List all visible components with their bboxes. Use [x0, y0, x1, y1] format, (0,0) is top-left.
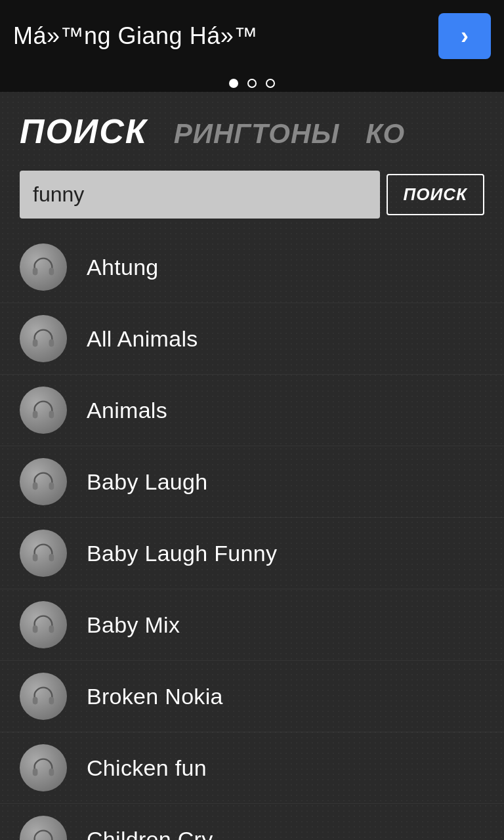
headphone-icon: [20, 243, 67, 291]
ringtone-name: Children Cry: [87, 827, 213, 841]
headphone-icon: [20, 744, 67, 791]
svg-rect-4: [33, 411, 38, 418]
tab-header: поиск рингтоны ко: [0, 92, 504, 164]
ringtone-name: Ahtung: [87, 255, 159, 280]
main-content: поиск рингтоны ко поиск Ahtung All Anima…: [0, 92, 504, 840]
chevron-right-icon: ›: [461, 22, 469, 50]
headphone-icon: [20, 673, 67, 720]
svg-rect-11: [49, 625, 54, 633]
next-button[interactable]: ›: [438, 13, 491, 59]
ringtone-name: Baby Mix: [87, 612, 180, 638]
ringtone-name: Baby Laugh: [87, 469, 208, 495]
tab-ringtones[interactable]: рингтоны: [174, 118, 339, 150]
dot-2: [247, 79, 257, 88]
headphone-icon: [20, 530, 67, 577]
headphone-icon: [20, 315, 67, 362]
ringtone-name: All Animals: [87, 326, 198, 352]
ringtone-name: Animals: [87, 398, 167, 423]
svg-rect-9: [49, 554, 54, 561]
headphone-icon: [20, 387, 67, 434]
svg-rect-7: [49, 482, 54, 490]
ringtone-name: Baby Laugh Funny: [87, 541, 277, 566]
tab-ko[interactable]: ко: [366, 118, 405, 150]
list-item[interactable]: Animals: [0, 375, 504, 446]
list-item[interactable]: Baby Mix: [0, 589, 504, 661]
headphone-icon: [20, 458, 67, 505]
svg-rect-13: [49, 697, 54, 704]
svg-rect-0: [33, 268, 38, 275]
list-item[interactable]: Baby Laugh Funny: [0, 518, 504, 589]
search-button[interactable]: поиск: [387, 174, 484, 215]
search-input[interactable]: [20, 171, 380, 219]
headphone-icon: [20, 601, 67, 648]
list-item[interactable]: Chicken fun: [0, 732, 504, 804]
list-item[interactable]: All Animals: [0, 303, 504, 375]
svg-rect-5: [49, 411, 54, 418]
pagination-dots: [0, 72, 504, 92]
dot-1: [229, 79, 238, 88]
top-bar: Má»™ng Giang Há»™ ›: [0, 0, 504, 72]
ringtone-name: Broken Nokia: [87, 684, 223, 709]
page-title: Má»™ng Giang Há»™: [13, 22, 258, 50]
svg-rect-6: [33, 482, 38, 490]
dot-3: [266, 79, 275, 88]
svg-rect-10: [33, 625, 38, 633]
ringtone-list: Ahtung All Animals Animals Baby Laugh: [0, 232, 504, 840]
list-item[interactable]: Baby Laugh: [0, 446, 504, 518]
list-item[interactable]: Broken Nokia: [0, 661, 504, 732]
list-item[interactable]: Children Cry: [0, 804, 504, 840]
svg-rect-1: [49, 268, 54, 275]
list-item[interactable]: Ahtung: [0, 232, 504, 303]
headphone-icon: [20, 816, 67, 840]
search-bar: поиск: [20, 171, 484, 219]
svg-rect-2: [33, 339, 38, 346]
svg-rect-14: [33, 768, 38, 776]
tab-search[interactable]: поиск: [20, 112, 148, 151]
svg-rect-12: [33, 697, 38, 704]
ringtone-name: Chicken fun: [87, 755, 207, 781]
svg-rect-3: [49, 339, 54, 346]
svg-rect-8: [33, 554, 38, 561]
svg-rect-15: [49, 768, 54, 776]
